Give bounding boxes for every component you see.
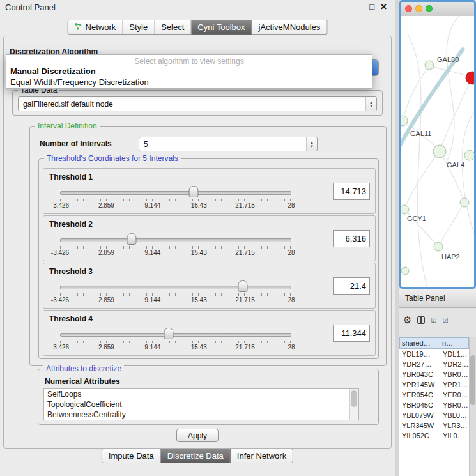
- threshold-3-block: Threshold 3 -3.426 2.859 9.144 15.43 21.…: [43, 263, 376, 309]
- attributes-group: Attributes to discretize Numerical Attri…: [38, 369, 379, 425]
- tab-infer-network[interactable]: Infer Network: [231, 449, 293, 463]
- table-scrollbar-thumb[interactable]: [470, 355, 475, 405]
- tab-label: Cyni Toolbox: [197, 22, 245, 32]
- node[interactable]: [460, 198, 469, 207]
- node-hap2[interactable]: [434, 242, 443, 251]
- threshold-2-slider[interactable]: [60, 235, 291, 244]
- window-title: Control Panel: [5, 3, 56, 12]
- slider-ticks: [60, 199, 291, 201]
- close-traffic-light-icon[interactable]: [405, 5, 412, 12]
- node-gal11[interactable]: [401, 116, 408, 126]
- list-item-topologicalcoefficient[interactable]: TopologicalCoefficient: [44, 399, 358, 410]
- combobox-stepper-icon: ▲▼: [365, 97, 376, 111]
- cell: YBR0…: [440, 369, 469, 380]
- table-row[interactable]: YIL052C YIL0…: [399, 431, 469, 441]
- slider-tick-labels: -3.426 2.859 9.144 15.43 21.715 28: [60, 296, 291, 304]
- threshold-4-value-field[interactable]: [333, 325, 370, 342]
- tab-cyni-toolbox[interactable]: Cyni Toolbox: [191, 20, 252, 35]
- tab-label: Network: [86, 22, 116, 32]
- combobox-stepper-icon: ▲▼: [306, 137, 317, 151]
- threshold-1-slider[interactable]: [60, 188, 291, 197]
- cell: YDL19…: [399, 349, 440, 359]
- threshold-2-label: Threshold 2: [49, 220, 93, 229]
- gear-icon[interactable]: ⚙: [403, 314, 411, 326]
- collapse-window-icon[interactable]: □: [369, 2, 374, 12]
- control-panel-tabstrip: Network Style Select Cyni Toolbox jActiv…: [68, 20, 328, 35]
- tick-label: -3.426: [51, 344, 69, 351]
- slider-thumb[interactable]: [238, 280, 247, 292]
- tick-label: -3.426: [51, 249, 69, 256]
- table-row[interactable]: YER054C YER0…: [399, 390, 469, 400]
- threshold-4-slider[interactable]: [60, 330, 291, 339]
- tick-label: -3.426: [51, 296, 69, 303]
- zoom-traffic-light-icon[interactable]: [426, 5, 433, 12]
- cell: YDR27…: [399, 359, 440, 369]
- slider-thumb[interactable]: [188, 186, 198, 197]
- threshold-2-value-field[interactable]: [333, 230, 370, 247]
- table-row[interactable]: YLR345W YLR3…: [399, 420, 469, 431]
- table-scrollbar[interactable]: [469, 337, 476, 476]
- threshold-3-slider[interactable]: [60, 282, 291, 291]
- tab-select[interactable]: Select: [155, 20, 191, 35]
- cell: YIL0…: [440, 431, 469, 441]
- tab-discretize-data[interactable]: Discretize Data: [161, 449, 231, 463]
- apply-button[interactable]: Apply: [176, 429, 219, 442]
- list-item-betweennesscentrality[interactable]: BetweennessCentrality: [44, 410, 358, 420]
- control-panel-window: Control Panel □ ✕ Network Styl: [0, 0, 395, 476]
- tab-style[interactable]: Style: [123, 20, 155, 35]
- threshold-1-value-field[interactable]: [333, 183, 370, 200]
- tick-label: 2.859: [98, 249, 114, 256]
- table-row[interactable]: YBR043C YBR0…: [399, 369, 469, 380]
- number-of-intervals-label: Number of Intervals: [40, 139, 112, 148]
- slider-thumb[interactable]: [127, 233, 137, 245]
- columns-icon[interactable]: [417, 316, 425, 324]
- list-item-selfloops[interactable]: SelfLoops: [44, 389, 358, 399]
- node-label-gal80: GAL80: [437, 56, 459, 63]
- number-of-intervals-value: 5: [144, 140, 148, 149]
- tick-label: 9.144: [144, 344, 160, 351]
- network-canvas[interactable]: GAL80 GAL11 GAL4 GCY1 HAP2: [401, 16, 474, 287]
- dropdown-option-equal-width-frequency[interactable]: Equal Width/Frequency Discretization: [6, 77, 372, 88]
- tick-label: 2.859: [98, 344, 114, 351]
- node[interactable]: [464, 150, 474, 160]
- network-icon: [75, 22, 82, 32]
- select-rows-icon[interactable]: ☑: [442, 317, 448, 324]
- dropdown-option-manual-discretization[interactable]: Manual Discretization: [6, 66, 372, 77]
- table-row[interactable]: YBL079W YBL0…: [399, 410, 469, 420]
- node-gcy1[interactable]: [401, 205, 409, 214]
- cell: YBL079W: [399, 410, 440, 420]
- threshold-4-block: Threshold 4 -3.426 2.859 9.144 15.43 21.…: [43, 310, 376, 356]
- select-columns-icon[interactable]: ☑: [431, 317, 436, 324]
- threshold-2-block: Threshold 2 -3.426 2.859 9.144 15.43 21.…: [43, 215, 376, 261]
- tick-label: 28: [288, 296, 295, 303]
- tab-network[interactable]: Network: [68, 20, 123, 35]
- tick-label: 21.715: [235, 344, 255, 351]
- table-row[interactable]: YPR145W YPR1…: [399, 380, 469, 390]
- table-data-selected-value: galFiltered.sif default node: [23, 100, 113, 109]
- tick-label: 21.715: [235, 296, 255, 303]
- table-row[interactable]: YDR27… YDR2…: [399, 359, 469, 369]
- table-row[interactable]: YBR045C YBR0…: [399, 400, 469, 410]
- column-header-shared[interactable]: shared…: [399, 337, 440, 349]
- selected-node[interactable]: [466, 72, 474, 84]
- tick-label: 15.43: [191, 296, 207, 303]
- cyni-toolbox-panel: Discretization Algorithm ▲▼ Select algor…: [3, 36, 392, 449]
- tab-impute-data[interactable]: Impute Data: [102, 449, 161, 463]
- number-of-intervals-combobox[interactable]: 5 ▲▼: [139, 137, 318, 151]
- tab-jactivemnodules[interactable]: jActiveMNodules: [252, 20, 328, 35]
- list-scrollbar[interactable]: [349, 389, 358, 420]
- threshold-3-value-field[interactable]: [333, 277, 370, 295]
- table-row[interactable]: YDL19… YDL1…: [399, 349, 469, 359]
- node-gal80[interactable]: [425, 61, 434, 70]
- algorithm-dropdown-list: Select algorithm to view settings Manual…: [6, 54, 372, 89]
- slider-thumb[interactable]: [164, 328, 174, 339]
- cell: YBR0…: [440, 400, 469, 410]
- close-window-icon[interactable]: ✕: [380, 2, 387, 12]
- table-data-combobox[interactable]: galFiltered.sif default node ▲▼: [18, 96, 377, 111]
- node-gal4[interactable]: [433, 145, 446, 158]
- list-scrollbar-thumb[interactable]: [351, 390, 357, 407]
- threshold-1-label: Threshold 1: [49, 173, 93, 181]
- column-header-n[interactable]: n…: [440, 337, 469, 349]
- node[interactable]: [401, 267, 409, 275]
- minimize-traffic-light-icon[interactable]: [415, 5, 422, 12]
